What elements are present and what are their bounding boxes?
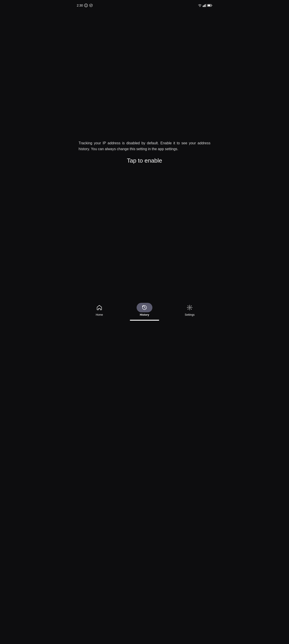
status-bar-left: 2:30 <box>77 4 93 7</box>
svg-rect-6 <box>205 4 205 7</box>
gear-icon <box>187 305 193 310</box>
nav-item-settings[interactable]: Settings <box>167 301 212 318</box>
shield-icon <box>89 4 93 7</box>
battery-icon <box>207 4 212 7</box>
svg-rect-5 <box>204 5 205 7</box>
settings-icon-wrap <box>182 303 198 312</box>
description-text: Tracking your IP address is disabled by … <box>79 140 210 152</box>
svg-point-3 <box>200 6 200 7</box>
nav-item-history[interactable]: History <box>122 301 167 318</box>
svg-rect-4 <box>203 6 203 7</box>
home-icon <box>96 305 102 310</box>
main-content[interactable]: Tracking your IP address is disabled by … <box>72 10 217 300</box>
camera-notch <box>140 2 149 10</box>
wifi-icon <box>198 4 202 7</box>
home-icon-wrap <box>91 303 107 312</box>
svg-rect-10 <box>212 5 212 6</box>
status-bar-right <box>198 4 212 7</box>
svg-rect-7 <box>206 4 207 7</box>
history-label: History <box>140 313 149 316</box>
tap-to-enable-text[interactable]: Tap to enable <box>127 157 162 164</box>
home-label: Home <box>96 313 103 316</box>
bottom-navigation: Home History Settings <box>72 300 217 322</box>
time-display: 2:30 <box>77 4 83 7</box>
history-icon <box>142 305 147 310</box>
svg-rect-9 <box>208 5 210 6</box>
signal-icon <box>203 4 206 7</box>
history-pill <box>137 303 152 312</box>
svg-rect-1 <box>86 5 86 6</box>
svg-point-12 <box>189 307 191 308</box>
info-circle-icon <box>84 4 88 7</box>
settings-label: Settings <box>185 313 194 316</box>
nav-item-home[interactable]: Home <box>77 301 122 318</box>
bottom-indicator <box>130 320 159 321</box>
svg-point-2 <box>86 4 86 5</box>
content-center[interactable]: Tracking your IP address is disabled by … <box>79 140 210 164</box>
